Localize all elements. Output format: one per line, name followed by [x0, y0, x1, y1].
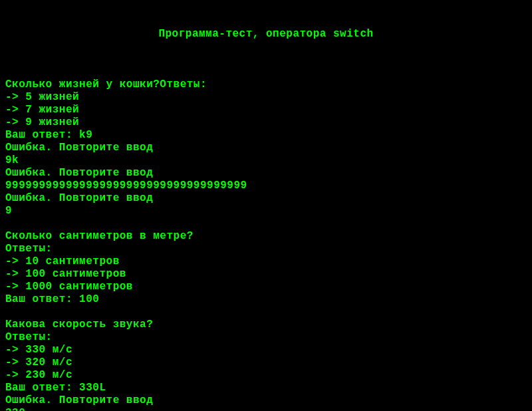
console-line: Ошибка. Повторите ввод: [5, 394, 527, 407]
console-line: -> 10 сантиметров: [5, 255, 527, 268]
console-line: [5, 217, 527, 230]
console-line: Ошибка. Повторите ввод: [5, 167, 527, 180]
console-line: [5, 306, 527, 319]
console-line: -> 1000 сантиметров: [5, 281, 527, 293]
console-window[interactable]: Программа-тест, оператора switch Сколько…: [0, 0, 532, 411]
console-line: Ошибка. Повторите ввод: [5, 142, 527, 154]
console-line: Сколько жизней у кошки?Ответы:: [5, 78, 527, 91]
console-line: Ответы:: [5, 331, 527, 344]
console-line: Ошибка. Повторите ввод: [5, 192, 527, 205]
console-line: Ваш ответ: 330L: [5, 382, 527, 394]
console-line: -> 320 м/с: [5, 356, 527, 369]
console-line: [5, 66, 527, 78]
console-line: 330: [5, 407, 527, 411]
console-line: Какова скорость звука?: [5, 319, 527, 331]
console-line: -> 7 жизней: [5, 104, 527, 116]
console-line: Сколько сантиметров в метре?: [5, 230, 527, 243]
console-line: 9: [5, 205, 527, 217]
console-line: Ваш ответ: k9: [5, 129, 527, 142]
console-line: -> 5 жизней: [5, 91, 527, 104]
console-line: -> 100 сантиметров: [5, 268, 527, 281]
console-line: -> 230 м/с: [5, 369, 527, 382]
console-output: Сколько жизней у кошки?Ответы:-> 5 жизне…: [5, 66, 527, 411]
console-line: 9k: [5, 154, 527, 167]
console-line: 999999999999999999999999999999999999: [5, 180, 527, 192]
console-line: -> 330 м/с: [5, 344, 527, 356]
console-line: -> 9 жизней: [5, 116, 527, 129]
console-line: Ваш ответ: 100: [5, 293, 527, 306]
program-title: Программа-тест, оператора switch: [5, 28, 527, 41]
console-line: Ответы:: [5, 243, 527, 255]
